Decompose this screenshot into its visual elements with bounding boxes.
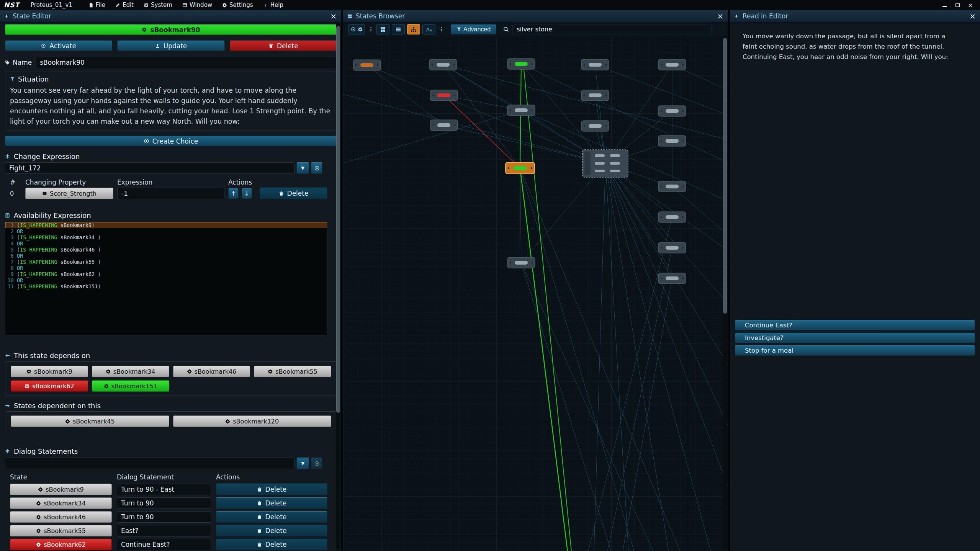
- current-state-button[interactable]: sBookmark90: [5, 25, 337, 35]
- graph-node[interactable]: [581, 59, 609, 70]
- depends-state-button[interactable]: sBookmark151: [92, 380, 169, 392]
- menu-item[interactable]: Help: [259, 0, 288, 10]
- story-text: You move warily down the passage, but al…: [730, 23, 967, 62]
- row-index: 0: [10, 190, 21, 197]
- graph-node[interactable]: [507, 59, 535, 69]
- dialog-statement-input[interactable]: [117, 525, 211, 536]
- choice-button[interactable]: Investigate?: [735, 333, 975, 343]
- depends-state-button[interactable]: sBookmark55: [254, 366, 331, 377]
- table-view-button[interactable]: [392, 24, 405, 34]
- graph-node[interactable]: [658, 106, 686, 116]
- delete-dialog-button[interactable]: Delete: [216, 525, 327, 536]
- dropdown-button[interactable]: ▼: [296, 458, 309, 469]
- graph-node[interactable]: [507, 257, 535, 268]
- dependent-state-button[interactable]: sBookmark120: [173, 415, 332, 427]
- graph-node[interactable]: [658, 242, 686, 253]
- scrollbar-thumb[interactable]: [336, 26, 340, 413]
- more-options-button[interactable]: [438, 24, 445, 34]
- graph-node[interactable]: [581, 121, 609, 131]
- graph-node[interactable]: [353, 60, 381, 70]
- tree-view-button[interactable]: [407, 24, 420, 34]
- dialog-state-button[interactable]: sBookmark46: [10, 511, 112, 523]
- read-in-editor-header: Read in Editor ×: [730, 10, 980, 23]
- delete-dialog-button[interactable]: Delete: [216, 539, 327, 550]
- choice-button[interactable]: Stop for a meal: [735, 345, 975, 356]
- graph-node[interactable]: [429, 59, 457, 70]
- menu-item[interactable]: Edit: [111, 0, 138, 10]
- menu-item[interactable]: System: [139, 0, 177, 10]
- dialog-state-button[interactable]: sBookmark9: [10, 484, 112, 495]
- states-graph[interactable]: [343, 37, 728, 551]
- graph-node[interactable]: [430, 120, 458, 131]
- delete-dialog-button[interactable]: Delete: [216, 497, 327, 509]
- menu-item[interactable]: File: [84, 0, 110, 10]
- close-icon[interactable]: ×: [330, 12, 337, 20]
- state-editor-scrollbar[interactable]: [336, 23, 340, 550]
- choice-button[interactable]: Continue East?: [735, 320, 975, 330]
- dialog-statement-input[interactable]: [117, 484, 211, 495]
- dialog-state-button[interactable]: sBookmark62: [10, 539, 112, 550]
- dialog-state-button[interactable]: sBookmark55: [10, 525, 112, 536]
- close-icon[interactable]: ×: [717, 12, 723, 20]
- add-change-expression-button[interactable]: [311, 162, 322, 174]
- move-up-button[interactable]: ↑: [228, 188, 239, 199]
- depends-state-button[interactable]: sBookmark9: [11, 366, 88, 377]
- close-window-button[interactable]: ×: [965, 0, 976, 10]
- expression-input[interactable]: [117, 188, 224, 199]
- changing-property-button[interactable]: Score_Strength: [25, 188, 113, 199]
- move-down-button[interactable]: ↓: [242, 188, 252, 199]
- menu-item[interactable]: Window: [178, 0, 216, 10]
- availability-code[interactable]: 1(IS_HAPPENING sBookmark9)2OR3(IS_HAPPEN…: [5, 222, 327, 335]
- graph-edge: [521, 263, 611, 551]
- close-icon[interactable]: ×: [969, 12, 976, 20]
- depends-state-button[interactable]: sBookmark34: [92, 366, 169, 377]
- scrollbar-thumb[interactable]: [723, 38, 727, 314]
- add-dialog-statement-button[interactable]: [311, 458, 322, 469]
- graph-group-node[interactable]: [582, 150, 628, 177]
- create-choice-button[interactable]: Create Choice: [5, 136, 337, 146]
- graph-node[interactable]: [430, 90, 458, 101]
- change-expression-select[interactable]: [5, 162, 294, 174]
- dialog-statement-input[interactable]: [117, 539, 211, 550]
- dialog-state-select[interactable]: [5, 458, 294, 469]
- graph-canvas[interactable]: [343, 37, 728, 551]
- grid-view-button[interactable]: [376, 24, 389, 34]
- advanced-filter-button[interactable]: Advanced: [451, 24, 496, 34]
- depends-state-button[interactable]: sBookmark46: [173, 366, 250, 377]
- asterisk-icon: [5, 154, 10, 159]
- graph-node[interactable]: [658, 273, 686, 284]
- update-button[interactable]: Update: [117, 41, 224, 51]
- graph-node[interactable]: [658, 212, 686, 222]
- graph-node[interactable]: [507, 105, 535, 116]
- delete-dialog-button[interactable]: Delete: [216, 511, 327, 523]
- delete-state-button[interactable]: Delete: [230, 41, 337, 51]
- graph-node[interactable]: [658, 59, 686, 70]
- dropdown-button[interactable]: ▼: [296, 162, 309, 174]
- dialog-statement-row: sBookmark34 Delete: [10, 497, 327, 509]
- graph-edge: [520, 168, 521, 263]
- depends-state-button[interactable]: sBookmark62: [11, 380, 88, 392]
- graph-node-selected[interactable]: [506, 162, 535, 174]
- graph-node[interactable]: [658, 181, 686, 192]
- graph-node[interactable]: [581, 90, 609, 101]
- delete-dialog-button[interactable]: Delete: [216, 484, 327, 495]
- dialog-combo-row: ▼: [5, 458, 322, 469]
- minimize-button[interactable]: [939, 0, 950, 10]
- dialog-statement-input[interactable]: [117, 497, 211, 509]
- more-options-button[interactable]: [367, 24, 374, 34]
- states-browser-scrollbar[interactable]: [723, 37, 727, 550]
- menu-icon: [182, 3, 187, 8]
- name-input[interactable]: [36, 57, 337, 68]
- row-actions: ↑ ↓ Delete: [228, 188, 327, 199]
- dialog-state-button[interactable]: sBookmark34: [10, 497, 112, 509]
- menu-item[interactable]: Settings: [218, 0, 257, 10]
- font-size-button[interactable]: [422, 24, 435, 34]
- activate-button[interactable]: Activate: [5, 41, 112, 51]
- dialog-statement-input[interactable]: [117, 511, 211, 523]
- search-input[interactable]: [512, 24, 712, 34]
- delete-row-button[interactable]: Delete: [260, 188, 327, 199]
- graph-node[interactable]: [658, 136, 686, 146]
- dependent-state-button[interactable]: sBookmark45: [11, 415, 169, 427]
- maximize-button[interactable]: [952, 0, 963, 10]
- target-gear-button[interactable]: [348, 24, 365, 34]
